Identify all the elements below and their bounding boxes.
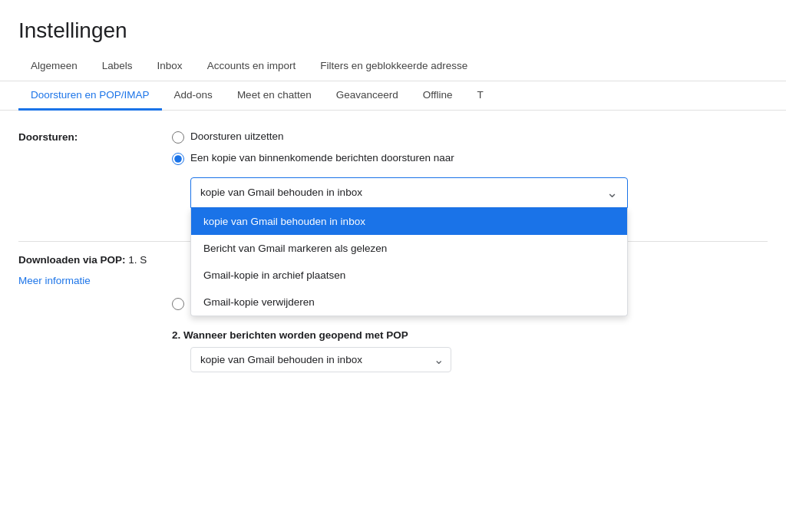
content-area: Doorsturen: Doorsturen uitzetten Een kop… — [0, 111, 786, 391]
radio-uitzetten-label: Doorsturen uitzetten — [190, 129, 284, 144]
forwarding-dropdown-list: kopie van Gmail behouden in inbox Berich… — [190, 208, 628, 316]
forwarding-dropdown-value: kopie van Gmail behouden in inbox — [200, 187, 362, 198]
forwarding-section: Doorsturen: Doorsturen uitzetten Een kop… — [18, 129, 768, 226]
page-title: Instellingen — [0, 0, 786, 52]
radio-kopie[interactable] — [172, 153, 184, 165]
subtab-t[interactable]: T — [465, 81, 496, 111]
dropdown-item-2[interactable]: Gmail-kopie in archief plaatsen — [191, 262, 627, 289]
sub-tabs: Doorsturen en POP/IMAP Add-ons Meet en c… — [0, 81, 786, 111]
bottom-dropdown-wrapper: kopie van Gmail behouden in inbox ⌄ — [190, 347, 451, 372]
subtab-doorsturen[interactable]: Doorsturen en POP/IMAP — [18, 81, 162, 111]
subtab-offline[interactable]: Offline — [411, 81, 465, 111]
forwarding-body: Doorsturen uitzetten Een kopie van binne… — [172, 129, 768, 226]
tab-accounts[interactable]: Accounts en import — [195, 52, 309, 81]
subtab-meet[interactable]: Meet en chatten — [225, 81, 324, 111]
pop-label-rest: 1. S — [128, 254, 147, 266]
main-tabs: Algemeen Labels Inbox Accounts en import… — [0, 52, 786, 81]
dropdown-item-1[interactable]: Bericht van Gmail markeren als gelezen — [191, 235, 627, 262]
tab-filters[interactable]: Filters en geblokkeerde adresse — [308, 52, 480, 81]
subtab-geavanceerd[interactable]: Geavanceerd — [324, 81, 411, 111]
subtab-addons[interactable]: Add-ons — [162, 81, 225, 111]
tab-algemeen[interactable]: Algemeen — [18, 52, 90, 81]
pop-label-bold: Downloaden via POP: — [18, 254, 126, 266]
forwarding-dropdown-trigger[interactable]: kopie van Gmail behouden in inbox ⌄ — [190, 177, 628, 208]
chevron-down-icon: ⌄ — [606, 184, 618, 201]
tab-labels[interactable]: Labels — [90, 52, 145, 81]
radio-uitzetten[interactable] — [172, 131, 184, 144]
forwarding-dropdown-container: kopie van Gmail behouden in inbox ⌄ kopi… — [190, 177, 628, 208]
pop-radio-1[interactable] — [172, 298, 184, 310]
tab-inbox[interactable]: Inbox — [145, 52, 195, 81]
pop-label: Downloaden via POP: 1. S — [18, 254, 172, 266]
forwarding-label: Doorsturen: — [18, 129, 172, 143]
section3: 2. Wanneer berichten worden geopend met … — [18, 329, 768, 372]
radio-row-1: Doorsturen uitzetten — [172, 129, 768, 144]
bottom-dropdown-select[interactable]: kopie van Gmail behouden in inbox — [190, 347, 451, 372]
radio-row-2: Een kopie van binnenkomende berichten do… — [172, 150, 768, 166]
section3-title: 2. Wanneer berichten worden geopend met … — [172, 329, 768, 341]
dropdown-item-0[interactable]: kopie van Gmail behouden in inbox — [191, 208, 627, 235]
dropdown-item-3[interactable]: Gmail-kopie verwijderen — [191, 289, 627, 316]
radio-kopie-label: Een kopie van binnenkomende berichten do… — [190, 150, 454, 166]
